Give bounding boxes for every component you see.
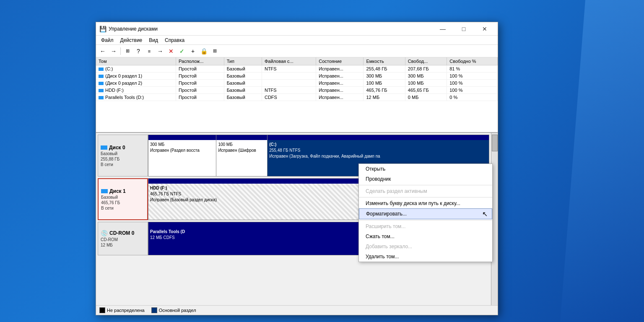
cell-type: Базовый [224, 87, 262, 94]
table-row[interactable]: HDD (F:) Простой Базовый NTFS Исправен..… [96, 87, 498, 94]
cdrom0-label[interactable]: 💿 CD-ROM 0 CD-ROM 12 МБ [98, 222, 148, 255]
context-menu-item-3: Сделать раздел активным [359, 186, 492, 196]
legend: Не распределена Основной раздел [96, 305, 498, 315]
cell-free-pct: 100 % [447, 80, 498, 87]
cell-type: Базовый [224, 65, 262, 73]
disk0-type: Базовый [101, 151, 145, 156]
disk0-p3-status: Исправен (Загрузка, Файл подкачки, Авари… [269, 153, 487, 159]
cell-volume: (Диск 0 раздел 1) [96, 73, 176, 80]
cell-free-pct: 100 % [447, 87, 498, 94]
menu-action[interactable]: Действие [117, 36, 146, 44]
disk0-name: Диск 0 [109, 145, 125, 151]
help-button[interactable]: ? [133, 47, 143, 56]
legend-primary-label: Основной раздел [159, 308, 196, 313]
col-type[interactable]: Тип [224, 57, 262, 65]
disk0-p3-name: (C:) [269, 142, 487, 148]
disk0-p2-header [216, 135, 267, 140]
properties-button[interactable]: ≡ [144, 47, 154, 56]
cell-free-pct: 81 % [447, 65, 498, 73]
cell-volume: (Диск 0 раздел 2) [96, 80, 176, 87]
context-menu-separator [359, 197, 492, 197]
context-menu-item-5[interactable]: Изменить букву диска или путь к диску... [359, 198, 492, 208]
col-status[interactable]: Состояние [316, 57, 364, 65]
cell-type: Базовый [224, 73, 262, 80]
scrollbar-thumb[interactable] [492, 135, 498, 151]
toolbar: ← → ⊞ ? ≡ → ✕ ✓ + 🔒 ⊞ [96, 45, 498, 57]
col-filesystem[interactable]: Файловая с... [262, 57, 316, 65]
disk0-title: Диск 0 [101, 145, 145, 151]
window-controls: — □ ✕ [433, 22, 494, 36]
toolbar-sep-1 [120, 47, 121, 55]
col-capacity[interactable]: Емкость [364, 57, 405, 65]
forward-button[interactable]: → [109, 47, 119, 56]
disk0-size: 255,88 ГБ [101, 157, 145, 161]
disk1-label[interactable]: Диск 1 Базовый 465,76 ГБ В сети [98, 178, 148, 220]
disk0-p3-header [267, 135, 489, 140]
cell-status: Исправен... [316, 73, 364, 80]
cell-location: Простой [176, 94, 224, 101]
cell-filesystem: CDFS [262, 94, 316, 101]
cell-filesystem [262, 80, 316, 87]
cell-status: Исправен... [316, 80, 364, 87]
cell-capacity: 100 МБ [364, 80, 405, 87]
context-menu-item-1[interactable]: Проводник [359, 174, 492, 184]
close-button[interactable]: ✕ [475, 22, 494, 36]
col-location[interactable]: Располож... [176, 57, 224, 65]
minimize-button[interactable]: — [433, 22, 452, 36]
table-row[interactable]: Parallels Tools (D:) Простой Базовый CDF… [96, 94, 498, 101]
grid-button[interactable]: ⊞ [210, 47, 220, 56]
disk1-size: 465,76 ГБ [101, 200, 145, 205]
back-button[interactable]: ← [98, 47, 108, 56]
disk0-label[interactable]: Диск 0 Базовый 255,88 ГБ В сети [98, 135, 148, 177]
disk1-name: Диск 1 [109, 188, 126, 194]
disk0-p1-body: 300 МБ Исправен (Раздел восста [148, 140, 216, 176]
export-button[interactable]: → [155, 47, 165, 56]
check-button[interactable]: ✓ [177, 47, 187, 56]
cell-filesystem: NTFS [262, 87, 316, 94]
cell-type: Базовый [224, 94, 262, 101]
disk0-p3-size: 255,48 ГБ NTFS [269, 148, 487, 153]
cell-filesystem [262, 73, 316, 80]
context-menu-item-9[interactable]: Сжать том... [359, 231, 492, 242]
cell-volume: Parallels Tools (D:) [96, 94, 176, 101]
menu-help[interactable]: Справка [161, 36, 188, 44]
maximize-button[interactable]: □ [454, 22, 473, 36]
context-menu-item-6[interactable]: Форматировать...↖ [359, 208, 492, 219]
add-button[interactable]: + [188, 47, 198, 56]
col-free[interactable]: Свобод... [405, 57, 447, 65]
cell-free: 0 МБ [405, 94, 447, 101]
table-row[interactable]: (Диск 0 раздел 2) Простой Базовый Исправ… [96, 80, 498, 87]
window-icon: 💾 [99, 26, 106, 32]
cdrom0-icon: 💿 [101, 230, 108, 236]
table-row[interactable]: (Диск 0 раздел 1) Простой Базовый Исправ… [96, 73, 498, 80]
disk0-partition2[interactable]: 100 МБ Исправен (Шифров [216, 135, 267, 176]
col-volume[interactable]: Том [96, 57, 176, 65]
context-menu-item-8: Расширить том... [359, 221, 492, 231]
legend-primary-box [151, 307, 157, 313]
legend-unallocated-box [99, 307, 105, 313]
cell-free: 300 МБ [405, 73, 447, 80]
lock-button[interactable]: 🔒 [199, 47, 209, 56]
menu-file[interactable]: Файл [98, 36, 117, 44]
delete-button[interactable]: ✕ [166, 47, 176, 56]
context-menu-separator [359, 185, 492, 185]
cell-free-pct: 100 % [447, 73, 498, 80]
col-free-pct[interactable]: Свободно % [447, 57, 498, 65]
disk0-p1-status: Исправен (Раздел восста [150, 148, 214, 153]
context-menu-item-0[interactable]: Открыть [359, 164, 492, 174]
cell-free: 465,65 ГБ [405, 87, 447, 94]
disk0-p2-size: 100 МБ [218, 142, 265, 148]
disk0-p2-body: 100 МБ Исправен (Шифров [216, 140, 267, 176]
disk0-partition1[interactable]: 300 МБ Исправен (Раздел восста [148, 135, 216, 176]
cdrom0-title: 💿 CD-ROM 0 [101, 230, 145, 236]
cell-status: Исправен... [316, 94, 364, 101]
cell-location: Простой [176, 73, 224, 80]
disk1-type: Базовый [101, 195, 145, 200]
window-title: Управление дисками [109, 26, 433, 32]
context-menu-item-11[interactable]: Удалить том... [359, 252, 492, 262]
view-button[interactable]: ⊞ [122, 47, 132, 56]
disk-table: Том Располож... Тип Файловая с... Состоя… [96, 57, 498, 133]
cell-status: Исправен... [316, 65, 364, 73]
table-row[interactable]: (C:) Простой Базовый NTFS Исправен... 25… [96, 65, 498, 73]
menu-view[interactable]: Вид [145, 36, 161, 44]
